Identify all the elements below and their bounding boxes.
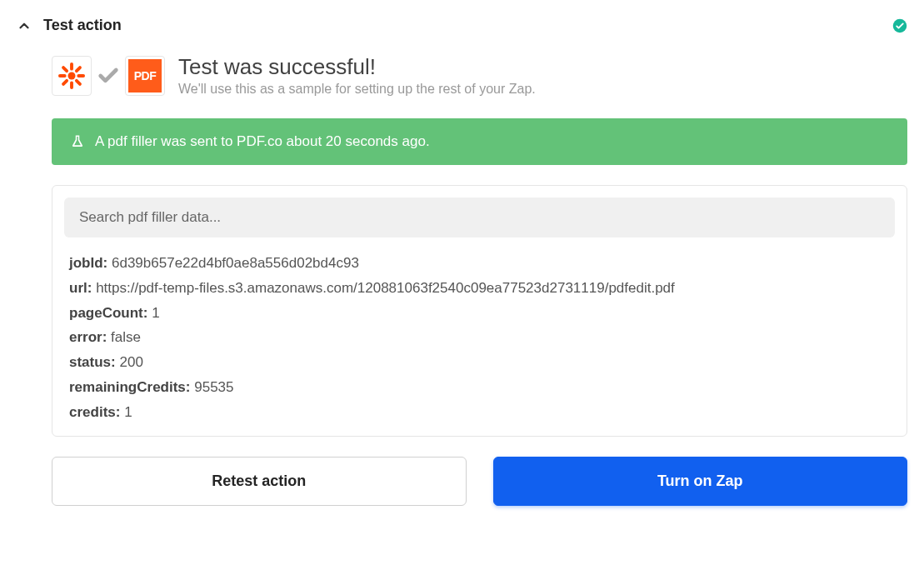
svg-rect-4	[77, 74, 85, 78]
section-header: Test action	[17, 17, 907, 34]
data-row-remainingcredits: remainingCredits: 95535	[69, 375, 890, 400]
success-subtext: We'll use this as a sample for setting u…	[178, 82, 536, 97]
retest-button[interactable]: Retest action	[52, 457, 467, 506]
data-value: 1	[124, 404, 132, 420]
data-key: jobId:	[69, 255, 107, 271]
data-key: error:	[69, 329, 107, 345]
data-row-credits: credits: 1	[69, 400, 890, 425]
data-value: 95535	[194, 379, 233, 395]
chevron-up-icon[interactable]	[17, 18, 32, 33]
data-value: 1	[152, 305, 159, 321]
turn-on-zap-button[interactable]: Turn on Zap	[493, 457, 908, 506]
step-check-icon	[97, 64, 120, 88]
data-key: credits:	[69, 404, 120, 420]
pdfco-app-icon: PDF	[125, 56, 165, 96]
data-row-pagecount: pageCount: 1	[69, 301, 890, 326]
svg-rect-2	[70, 81, 73, 89]
flask-icon	[70, 134, 85, 149]
zapier-app-icon	[52, 56, 92, 96]
svg-point-9	[68, 72, 76, 79]
data-value: false	[111, 329, 141, 345]
data-value: 200	[119, 354, 142, 370]
data-key: remainingCredits:	[69, 379, 190, 395]
status-banner-text: A pdf filler was sent to PDF.co about 20…	[95, 133, 430, 150]
data-row-url: url: https://pdf-temp-files.s3.amazonaws…	[69, 276, 890, 301]
section-title: Test action	[43, 17, 122, 34]
data-row-jobid: jobId: 6d39b657e22d4bf0ae8a556d02bd4c93	[69, 251, 890, 276]
svg-rect-6	[61, 78, 69, 87]
data-value: 6d39b657e22d4bf0ae8a556d02bd4c93	[112, 255, 359, 271]
success-summary: PDF Test was successful! We'll use this …	[52, 54, 907, 97]
svg-rect-3	[58, 74, 67, 78]
svg-rect-7	[61, 65, 69, 73]
data-row-error: error: false	[69, 325, 890, 350]
data-value: https://pdf-temp-files.s3.amazonaws.com/…	[96, 280, 675, 296]
search-input[interactable]	[64, 198, 895, 238]
data-key: status:	[69, 354, 116, 370]
svg-rect-8	[74, 78, 82, 87]
result-data-panel: jobId: 6d39b657e22d4bf0ae8a556d02bd4c93 …	[52, 185, 907, 437]
success-heading: Test was successful!	[178, 54, 536, 80]
data-key: url:	[69, 280, 92, 296]
data-key: pageCount:	[69, 305, 147, 321]
success-check-icon	[892, 18, 907, 33]
svg-rect-5	[74, 65, 82, 73]
data-row-status: status: 200	[69, 350, 890, 375]
svg-rect-1	[70, 62, 73, 71]
status-banner: A pdf filler was sent to PDF.co about 20…	[52, 118, 907, 165]
pdfco-logo-label: PDF	[128, 59, 162, 92]
